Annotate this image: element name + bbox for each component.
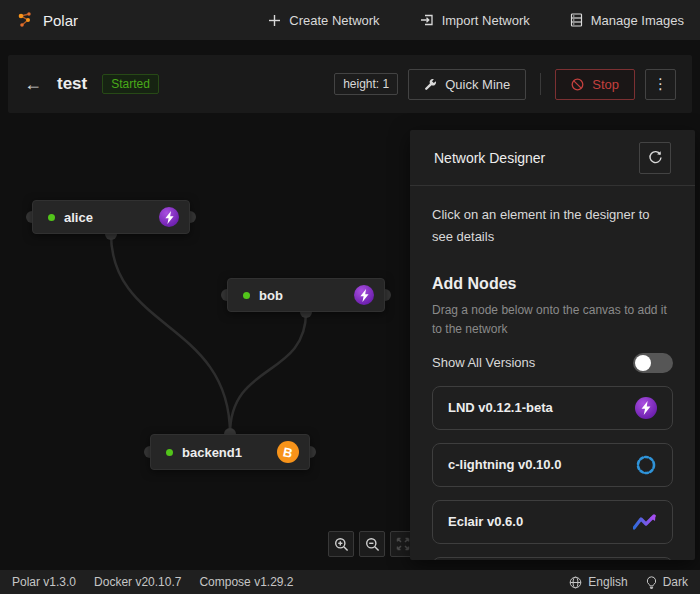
- node-label: alice: [64, 210, 159, 225]
- card-label: LND v0.12.1-beta: [448, 400, 553, 415]
- node-bob[interactable]: bob: [227, 278, 385, 312]
- network-header-right: height: 1 Quick Mine Stop ⋮: [334, 69, 676, 100]
- network-header: ← test Started height: 1 Quick Mine Stop…: [8, 55, 692, 113]
- language-selector[interactable]: English: [569, 575, 627, 589]
- import-network-button[interactable]: Import Network: [420, 13, 530, 28]
- network-header-left: ← test Started: [24, 74, 159, 94]
- lnd-icon: [159, 207, 179, 227]
- add-nodes-hint: Drag a node below onto the canvas to add…: [432, 301, 673, 339]
- theme-toggle[interactable]: Dark: [646, 575, 688, 589]
- block-height-tag: height: 1: [334, 73, 398, 95]
- show-all-versions-label: Show All Versions: [432, 355, 535, 370]
- stop-label: Stop: [592, 77, 619, 92]
- lnd-icon: [354, 285, 374, 305]
- designer-hint-text: Click on an element in the designer to s…: [432, 204, 673, 248]
- card-label: Eclair v0.6.0: [448, 514, 523, 529]
- docker-version: Docker v20.10.7: [94, 575, 181, 589]
- show-all-versions-row: Show All Versions: [432, 353, 673, 373]
- node-alice[interactable]: alice: [32, 200, 190, 234]
- divider: [540, 73, 541, 95]
- language-label: English: [588, 575, 627, 589]
- stop-icon: [571, 78, 584, 91]
- status-dot: [243, 292, 250, 299]
- plus-icon: [268, 14, 281, 27]
- create-network-label: Create Network: [289, 13, 379, 28]
- refresh-button[interactable]: [639, 142, 671, 174]
- import-icon: [420, 13, 434, 27]
- node-label: bob: [259, 288, 354, 303]
- database-icon: [570, 13, 583, 27]
- toggle-knob: [635, 355, 651, 371]
- brand-title: Polar: [43, 12, 78, 29]
- tool-icon: [424, 78, 437, 91]
- theme-label: Dark: [663, 575, 688, 589]
- create-network-button[interactable]: Create Network: [268, 13, 379, 28]
- zoom-out-icon[interactable]: [359, 531, 385, 557]
- back-arrow-icon[interactable]: ←: [24, 75, 42, 93]
- network-designer-panel: Network Designer Click on an element in …: [410, 130, 695, 560]
- app-brand[interactable]: Polar: [16, 11, 78, 29]
- manage-images-button[interactable]: Manage Images: [570, 13, 684, 28]
- polar-logo-icon: [16, 11, 34, 29]
- status-badge: Started: [102, 74, 159, 94]
- panel-header: Network Designer: [410, 130, 695, 186]
- status-bar: Polar v1.3.0 Docker v20.10.7 Compose v1.…: [0, 570, 700, 594]
- lnd-icon: [635, 397, 657, 419]
- node-label: backend1: [182, 445, 277, 460]
- sync-icon: [648, 150, 663, 165]
- zoom-in-icon[interactable]: [328, 531, 354, 557]
- node-card-clightning[interactable]: c-lightning v0.10.0: [432, 443, 673, 487]
- canvas-zoom-toolbar: [328, 531, 416, 557]
- card-label: c-lightning v0.10.0: [448, 457, 561, 472]
- network-title: test: [57, 74, 87, 94]
- compose-version: Compose v1.29.2: [199, 575, 293, 589]
- nav-actions: Create Network Import Network Manage Ima…: [268, 13, 684, 28]
- stop-button[interactable]: Stop: [555, 69, 635, 100]
- clightning-icon: [635, 454, 657, 476]
- bulb-icon: [646, 576, 657, 589]
- bitcoin-icon: B: [277, 441, 299, 463]
- node-backend1[interactable]: backend1 B: [150, 434, 310, 470]
- add-nodes-title: Add Nodes: [432, 275, 673, 293]
- more-options-button[interactable]: ⋮: [645, 69, 676, 100]
- node-card-eclair[interactable]: Eclair v0.6.0: [432, 500, 673, 544]
- panel-body: Click on an element in the designer to s…: [410, 186, 695, 560]
- eclair-icon: [633, 514, 657, 530]
- manage-images-label: Manage Images: [591, 13, 684, 28]
- quick-mine-button[interactable]: Quick Mine: [408, 69, 526, 100]
- quick-mine-label: Quick Mine: [445, 77, 510, 92]
- top-navbar: Polar Create Network Import Network: [0, 0, 700, 40]
- import-network-label: Import Network: [442, 13, 530, 28]
- status-bar-right: English Dark: [569, 575, 688, 589]
- show-all-versions-toggle[interactable]: [633, 353, 673, 373]
- status-dot: [48, 214, 55, 221]
- globe-icon: [569, 576, 582, 589]
- ellipsis-icon: ⋮: [653, 75, 668, 93]
- status-dot: [166, 449, 173, 456]
- node-card-lnd[interactable]: LND v0.12.1-beta: [432, 386, 673, 430]
- panel-title: Network Designer: [434, 150, 545, 166]
- polar-version: Polar v1.3.0: [12, 575, 76, 589]
- version-info: Polar v1.3.0 Docker v20.10.7 Compose v1.…: [12, 575, 294, 589]
- node-card-bitcoin[interactable]: Bitcoin Core v0.21.1 B: [432, 557, 673, 560]
